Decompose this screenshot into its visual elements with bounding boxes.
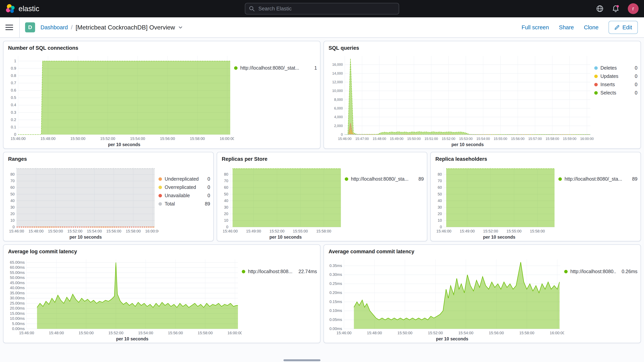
legend-item[interactable]: Underreplicated0 <box>158 176 210 182</box>
svg-text:15:46:00: 15:46:00 <box>336 331 352 335</box>
svg-text:per 10 seconds: per 10 seconds <box>483 234 515 240</box>
svg-text:20: 20 <box>10 212 15 216</box>
series-color-dot <box>158 177 162 181</box>
svg-text:0.4: 0.4 <box>11 103 16 107</box>
area-chart[interactable]: 0.00ms5.00ms10.00ms15.00ms20.00ms25.00ms… <box>5 256 242 342</box>
svg-text:50.00ms: 50.00ms <box>10 276 25 280</box>
chart-legend: Underreplicated0Overreplicated0Unavailab… <box>158 163 210 240</box>
svg-text:15:58:00: 15:58:00 <box>198 331 213 335</box>
svg-text:60: 60 <box>438 185 442 190</box>
legend-value: 89 <box>629 176 638 182</box>
legend-value: 89 <box>415 176 424 182</box>
legend-item[interactable]: http://localhost:8080/_sta...89 <box>345 176 424 182</box>
help-icon[interactable] <box>596 5 604 12</box>
svg-text:15:50:00: 15:50:00 <box>398 331 412 335</box>
legend-label: http://localhost:8080... <box>570 269 616 274</box>
svg-text:15:56:00: 15:56:00 <box>106 229 121 233</box>
chevron-down-icon[interactable] <box>178 25 183 30</box>
legend-value: 22.74ms <box>296 269 317 274</box>
svg-text:60: 60 <box>10 185 15 190</box>
area-chart[interactable]: 0102030405060708015:46:0015:49:0015:52:0… <box>219 163 345 240</box>
area-chart[interactable]: 0.00ms0.05ms0.10ms0.15ms0.20ms0.25ms0.30… <box>326 256 564 342</box>
user-avatar[interactable]: r <box>628 3 638 14</box>
svg-text:per 10 seconds: per 10 seconds <box>452 142 484 147</box>
panel-title: Average command commit latency <box>324 245 640 256</box>
panel-sql-queries: SQL queries 02,0004,0006,0008,00010,0001… <box>324 41 641 149</box>
brand-name: elastic <box>18 5 39 13</box>
svg-text:25.00ms: 25.00ms <box>10 301 25 305</box>
svg-text:0.2: 0.2 <box>11 118 16 122</box>
legend-item[interactable]: Deletes0 <box>594 65 638 71</box>
dashboard-app-badge[interactable]: D <box>25 22 35 32</box>
legend-item[interactable]: Overreplicated0 <box>158 184 210 190</box>
alerts-icon[interactable] <box>612 5 619 12</box>
area-chart[interactable]: 00.10.20.30.40.50.60.70.80.9115:46:0015:… <box>5 52 234 148</box>
legend-label: Selects <box>600 90 616 96</box>
svg-text:15:46:00: 15:46:00 <box>338 137 352 141</box>
legend-label: Deletes <box>600 65 617 71</box>
panel-avg-log-commit-latency: Average log commit latency 0.00ms5.00ms1… <box>3 244 320 343</box>
search-input[interactable] <box>258 6 395 12</box>
area-chart[interactable]: 02,0004,0006,0008,00010,00012,00014,0001… <box>326 52 594 148</box>
legend-item[interactable]: Updates0 <box>594 74 638 79</box>
menu-icon[interactable] <box>6 25 13 30</box>
dashboard-toolbar: D Dashboard / [Metricbeat CockroachDB] O… <box>0 17 644 38</box>
full-screen-button[interactable]: Full screen <box>522 24 549 31</box>
svg-text:0.00ms: 0.00ms <box>329 326 342 331</box>
svg-text:0.15ms: 0.15ms <box>329 300 342 304</box>
series-color-dot <box>594 66 598 70</box>
svg-text:30: 30 <box>224 205 228 209</box>
svg-text:0.30ms: 0.30ms <box>329 272 342 276</box>
area-chart[interactable]: 0102030405060708015:46:0015:48:0015:50:0… <box>5 163 158 240</box>
legend-item[interactable]: http://localhost:808...22.74ms <box>242 269 317 274</box>
legend-item[interactable]: http://localhost:8080...0.26ms <box>564 269 638 274</box>
legend-item[interactable]: Total89 <box>158 201 210 207</box>
legend-value: 0 <box>204 184 210 190</box>
elastic-home-link[interactable]: elastic <box>6 4 39 14</box>
breadcrumb-dashboard-link[interactable]: Dashboard <box>40 24 68 31</box>
clone-button[interactable]: Clone <box>584 24 598 31</box>
legend-value: 0.26ms <box>618 269 638 274</box>
chart-legend: http://localhost:8080...0.26ms <box>564 256 638 342</box>
svg-text:20: 20 <box>438 212 442 216</box>
svg-text:15:54:00: 15:54:00 <box>87 229 102 233</box>
legend-item[interactable]: Unavailable0 <box>158 193 210 198</box>
svg-text:16:00:00: 16:00:00 <box>550 331 564 335</box>
svg-text:16:00:00: 16:00:00 <box>228 331 242 335</box>
svg-text:15:52:00: 15:52:00 <box>100 136 115 141</box>
svg-text:15:48:00: 15:48:00 <box>49 331 64 335</box>
edit-button[interactable]: Edit <box>608 21 638 34</box>
svg-text:15:55:00: 15:55:00 <box>293 229 308 233</box>
svg-text:16:00:00: 16:00:00 <box>145 229 158 233</box>
svg-text:15:50:00: 15:50:00 <box>70 136 86 141</box>
series-color-dot <box>345 177 348 181</box>
chart-legend: Deletes0Updates0Inserts0Selects0 <box>594 52 638 148</box>
svg-text:0: 0 <box>14 132 16 136</box>
svg-text:15:48:00: 15:48:00 <box>367 331 382 335</box>
svg-text:65.00ms: 65.00ms <box>10 260 25 264</box>
legend-value: 0 <box>204 176 210 182</box>
svg-text:10,000: 10,000 <box>332 89 343 93</box>
legend-item[interactable]: http://localhost:8080/_sta...89 <box>558 176 638 182</box>
horizontal-scrollbar-thumb[interactable] <box>284 359 320 361</box>
panel-sql-connections: Number of SQL connections 00.10.20.30.40… <box>3 41 320 149</box>
svg-text:40: 40 <box>224 198 228 203</box>
svg-text:16:00:00: 16:00:00 <box>220 136 234 141</box>
svg-text:5.00ms: 5.00ms <box>12 322 25 326</box>
global-search-bar[interactable] <box>245 3 399 14</box>
svg-text:8,000: 8,000 <box>334 98 343 102</box>
svg-text:15:56:00: 15:56:00 <box>168 331 183 335</box>
svg-text:15:57:00: 15:57:00 <box>528 137 542 141</box>
legend-item[interactable]: Inserts0 <box>594 82 638 87</box>
area-chart[interactable]: 0102030405060708015:46:0015:49:0015:52:0… <box>432 163 558 240</box>
legend-item[interactable]: Selects0 <box>594 90 638 96</box>
svg-text:15:50:00: 15:50:00 <box>407 137 421 141</box>
svg-text:30: 30 <box>10 205 15 209</box>
series-color-dot <box>158 186 162 189</box>
share-button[interactable]: Share <box>559 24 574 31</box>
svg-text:15:52:00: 15:52:00 <box>108 331 124 335</box>
panel-title: Replicas per Store <box>217 152 427 163</box>
series-color-dot <box>234 66 238 70</box>
svg-text:15:49:00: 15:49:00 <box>246 229 261 233</box>
legend-item[interactable]: http://localhost:8080/_stat...1 <box>234 65 317 71</box>
